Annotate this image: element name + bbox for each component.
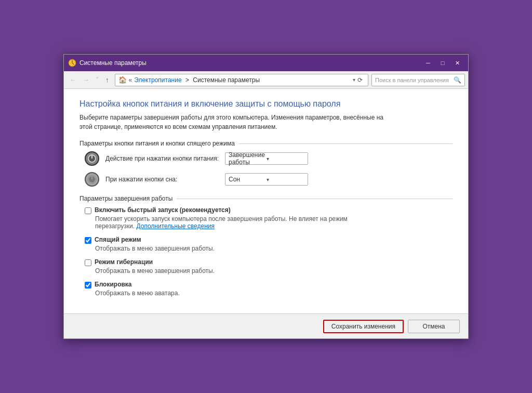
lock-group: Блокировка Отображать в меню аватара.: [79, 281, 453, 297]
search-bar[interactable]: Поиск в панели управления 🔍: [371, 74, 465, 86]
sleep-mode-checkbox[interactable]: [85, 237, 91, 244]
window-controls: ─ □ ✕: [421, 58, 464, 68]
address-separator: «: [129, 76, 132, 84]
address-icon: 🏠: [118, 76, 127, 84]
section2: Параметры завершения работы Включить быс…: [79, 195, 453, 297]
power-button-value: Завершение работы: [229, 151, 267, 166]
page-title: Настройка кнопок питания и включение защ…: [79, 99, 453, 109]
section1-label: Параметры кнопки питания и кнопки спящег…: [79, 140, 235, 147]
fast-startup-desc: Помогает ускорить запуск компьютера посл…: [85, 215, 453, 230]
description-line2: этой странице, применяются ко всем схема…: [79, 123, 277, 130]
back-button[interactable]: ←: [67, 75, 79, 85]
breadcrumb-current: Системные параметры: [193, 76, 260, 84]
window-icon: [68, 59, 76, 67]
lock-desc: Отображать в меню аватара.: [85, 290, 453, 297]
fast-startup-checkbox[interactable]: [85, 207, 91, 214]
main-window: Системные параметры ─ □ ✕ ← → ˅ ↑ 🏠 « Эл…: [63, 54, 469, 339]
cancel-button[interactable]: Отмена: [408, 320, 460, 333]
lock-label[interactable]: Блокировка: [95, 281, 132, 288]
minimize-button[interactable]: ─: [421, 58, 435, 68]
section1-header: Параметры кнопки питания и кнопки спящег…: [79, 140, 453, 147]
nav-bar: ← → ˅ ↑ 🏠 « Электропитание > Системные п…: [64, 71, 468, 89]
power-button-dropdown[interactable]: Завершение работы ▾: [225, 152, 308, 165]
refresh-button[interactable]: ⟳: [355, 75, 365, 85]
sleep-button-label: При нажатии кнопки сна:: [105, 176, 220, 183]
sleep-dropdown-arrow: ▾: [267, 177, 304, 182]
footer: Сохранить изменения Отмена: [64, 313, 468, 338]
additional-info-link[interactable]: Дополнительные сведения: [136, 222, 214, 230]
dropdown-button[interactable]: ˅: [93, 75, 102, 85]
sleep-button-row: При нажатии кнопки сна: Сон ▾: [79, 172, 453, 187]
power-button-label: Действие при нажатии кнопки питания:: [105, 155, 220, 162]
address-bar: 🏠 « Электропитание > Системные параметры…: [115, 74, 369, 86]
lock-item: Блокировка: [85, 281, 453, 289]
lock-checkbox[interactable]: [85, 282, 91, 289]
section2-header: Параметры завершения работы: [79, 195, 453, 202]
breadcrumb-link[interactable]: Электропитание: [134, 76, 181, 84]
fast-startup-group: Включить быстрый запуск (рекомендуется) …: [79, 206, 453, 230]
maximize-button[interactable]: □: [436, 58, 449, 68]
section2-label: Параметры завершения работы: [79, 195, 172, 202]
sleep-button-value: Сон: [229, 176, 267, 183]
hibernate-desc: Отображать в меню завершения работы.: [85, 267, 453, 274]
title-bar: Системные параметры ─ □ ✕: [64, 55, 468, 71]
sleep-mode-desc: Отображать в меню завершения работы.: [85, 245, 453, 252]
power-dropdown-arrow: ▾: [267, 156, 304, 162]
fast-startup-label[interactable]: Включить быстрый запуск (рекомендуется): [95, 206, 231, 214]
search-icon: 🔍: [454, 76, 461, 84]
page-description: Выберите параметры завершения работы для…: [79, 113, 453, 132]
power-button-row: Действие при нажатии кнопки питания: Зав…: [79, 151, 453, 166]
sleep-button-dropdown[interactable]: Сон ▾: [225, 173, 308, 186]
power-button-icon: [85, 151, 99, 166]
address-breadcrumb: Электропитание > Системные параметры: [134, 76, 353, 84]
hibernate-group: Режим гибернации Отображать в меню завер…: [79, 258, 453, 274]
sleep-mode-group: Спящий режим Отображать в меню завершени…: [79, 236, 453, 252]
close-button[interactable]: ✕: [450, 58, 464, 68]
up-button[interactable]: ↑: [103, 75, 112, 85]
window-title: Системные параметры: [79, 59, 421, 67]
sleep-mode-label[interactable]: Спящий режим: [95, 236, 141, 243]
fast-startup-item: Включить быстрый запуск (рекомендуется): [85, 206, 453, 214]
forward-button[interactable]: →: [80, 75, 92, 85]
save-button[interactable]: Сохранить изменения: [323, 320, 404, 333]
sleep-button-icon: [85, 172, 99, 187]
hibernate-checkbox[interactable]: [85, 259, 91, 266]
hibernate-label[interactable]: Режим гибернации: [95, 258, 153, 266]
content-area: Настройка кнопок питания и включение защ…: [64, 89, 468, 313]
hibernate-item: Режим гибернации: [85, 258, 453, 266]
breadcrumb-sep: >: [185, 76, 189, 84]
fast-startup-desc-text1: Помогает ускорить запуск компьютера посл…: [95, 215, 348, 222]
fast-startup-desc-text2: перезагрузки.: [95, 222, 135, 230]
description-line1: Выберите параметры завершения работы для…: [79, 114, 383, 121]
search-placeholder-text: Поиск в панели управления: [375, 77, 451, 83]
sleep-mode-item: Спящий режим: [85, 236, 453, 244]
